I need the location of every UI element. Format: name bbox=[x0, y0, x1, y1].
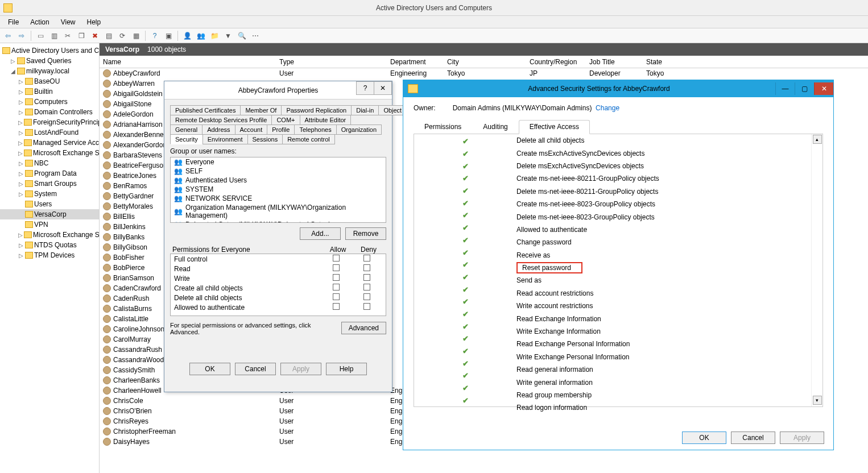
expand-icon[interactable]: ▷ bbox=[18, 140, 23, 146]
add-button[interactable]: Add... bbox=[300, 227, 341, 240]
close-button[interactable]: ✕ bbox=[814, 82, 833, 95]
expand-icon[interactable]: ▷ bbox=[18, 119, 23, 126]
tree-node[interactable]: ▷Microsoft Exchange System Objects bbox=[0, 230, 99, 240]
col-name[interactable]: Name bbox=[100, 58, 276, 66]
expand-icon[interactable]: ▷ bbox=[18, 130, 24, 136]
allow-checkbox[interactable] bbox=[333, 284, 340, 291]
tab-permissions[interactable]: Permissions bbox=[414, 120, 472, 134]
ou-icon[interactable]: 📁 bbox=[209, 30, 220, 42]
col-department[interactable]: Department bbox=[387, 58, 444, 66]
expand-icon[interactable]: ▷ bbox=[18, 252, 24, 259]
tab-auditing[interactable]: Auditing bbox=[472, 120, 518, 134]
deny-checkbox[interactable] bbox=[363, 284, 370, 291]
find-icon[interactable]: 🔍 bbox=[236, 30, 247, 42]
filter-icon[interactable]: ▣ bbox=[163, 30, 174, 42]
tree-node[interactable]: ▷NTDS Quotas bbox=[0, 240, 99, 250]
group-item[interactable]: 👥Everyone bbox=[171, 157, 386, 167]
expand-icon[interactable]: ▷ bbox=[18, 171, 24, 177]
expand-icon[interactable]: ▷ bbox=[18, 160, 24, 167]
tab[interactable]: COM+ bbox=[271, 115, 300, 125]
allow-checkbox[interactable] bbox=[333, 274, 340, 281]
tree-node[interactable]: ▷NBC bbox=[0, 158, 99, 168]
expand-icon[interactable]: ▷ bbox=[18, 191, 24, 197]
tab[interactable]: General bbox=[170, 125, 202, 135]
col-jobtitle[interactable]: Job Title bbox=[586, 58, 643, 66]
permissions-list[interactable]: Full controlReadWriteCreate all child ob… bbox=[170, 254, 386, 316]
tree-node[interactable]: ▷Domain Controllers bbox=[0, 107, 99, 117]
up-icon[interactable]: ▭ bbox=[35, 30, 46, 42]
tree-node[interactable]: ▷BaseOU bbox=[0, 76, 99, 86]
group-list[interactable]: 👥Everyone👥SELF👥Authenticated Users👥SYSTE… bbox=[170, 157, 386, 223]
funnel-icon[interactable]: ▼ bbox=[222, 30, 234, 42]
tab[interactable]: Security bbox=[170, 134, 203, 144]
tab[interactable]: Member Of bbox=[240, 105, 282, 115]
back-icon[interactable]: ⇦ bbox=[2, 30, 14, 42]
expand-icon[interactable]: ▷ bbox=[18, 109, 24, 115]
col-city[interactable]: City bbox=[444, 58, 526, 66]
col-type[interactable]: Type bbox=[276, 58, 387, 66]
expand-icon[interactable]: ▷ bbox=[18, 181, 24, 187]
tab[interactable]: Remote control bbox=[282, 134, 335, 144]
tab[interactable]: Attribute Editor bbox=[300, 115, 352, 125]
expand-icon[interactable]: ▷ bbox=[18, 89, 24, 95]
scroll-up-icon[interactable]: ▴ bbox=[813, 135, 822, 144]
tab[interactable]: Published Certificates bbox=[170, 105, 241, 115]
maximize-button[interactable]: ▢ bbox=[795, 82, 814, 95]
cancel-button[interactable]: Cancel bbox=[731, 431, 775, 444]
deny-checkbox[interactable] bbox=[363, 274, 370, 281]
tree-node[interactable]: ▷System bbox=[0, 189, 99, 199]
tree-node[interactable]: ▷Builtin bbox=[0, 86, 99, 97]
tree-node[interactable]: VersaCorp bbox=[0, 209, 99, 219]
group-item[interactable]: 👥Organization Management (MILKYWAY\Organ… bbox=[171, 203, 386, 220]
allow-checkbox[interactable] bbox=[333, 264, 340, 271]
help-button[interactable]: Help bbox=[326, 363, 367, 375]
tab[interactable]: Password Replication bbox=[281, 105, 352, 115]
allow-checkbox[interactable] bbox=[333, 303, 340, 310]
scroll-down-icon[interactable]: ▾ bbox=[813, 396, 822, 405]
col-state[interactable]: State bbox=[643, 58, 700, 66]
col-country[interactable]: Country/Region bbox=[526, 58, 586, 66]
tree-node[interactable]: ▷Program Data bbox=[0, 168, 99, 179]
tree-domain[interactable]: ◢milkyway.local bbox=[0, 66, 99, 76]
cancel-button[interactable]: Cancel bbox=[235, 363, 276, 375]
ok-button[interactable]: OK bbox=[682, 431, 726, 444]
tab[interactable]: Address bbox=[202, 125, 235, 135]
remove-button[interactable]: Remove bbox=[345, 227, 386, 240]
allow-checkbox[interactable] bbox=[333, 293, 340, 300]
tab[interactable]: Sessions bbox=[247, 134, 283, 144]
deny-checkbox[interactable] bbox=[363, 264, 370, 271]
tree-node[interactable]: Users bbox=[0, 199, 99, 209]
menu-help[interactable]: Help bbox=[82, 17, 106, 27]
tree-node[interactable]: ▷Smart Groups bbox=[0, 179, 99, 189]
tree-saved-queries[interactable]: ▷Saved Queries bbox=[0, 56, 99, 66]
tab[interactable]: Profile bbox=[267, 125, 295, 135]
expand-icon[interactable]: ▷ bbox=[18, 150, 23, 156]
more-icon[interactable]: ⋯ bbox=[250, 30, 261, 42]
group-icon[interactable]: 👥 bbox=[195, 30, 206, 42]
advanced-button[interactable]: Advanced bbox=[341, 322, 386, 334]
group-item[interactable]: 👥SYSTEM bbox=[171, 185, 386, 194]
user-icon[interactable]: 👤 bbox=[181, 30, 193, 42]
menu-file[interactable]: File bbox=[3, 17, 23, 27]
menu-action[interactable]: Action bbox=[26, 17, 53, 27]
ok-button[interactable]: OK bbox=[189, 363, 230, 375]
tab[interactable]: Organization bbox=[336, 125, 382, 135]
copy-icon[interactable]: ❐ bbox=[76, 30, 87, 42]
cut-icon[interactable]: ✂ bbox=[62, 30, 73, 42]
tab[interactable]: Remote Desktop Services Profile bbox=[170, 115, 272, 125]
minimize-button[interactable]: — bbox=[775, 82, 795, 95]
allow-checkbox[interactable] bbox=[333, 255, 340, 262]
deny-checkbox[interactable] bbox=[363, 255, 370, 262]
group-item[interactable]: 👥NETWORK SERVICE bbox=[171, 194, 386, 203]
tree-node[interactable]: ▷Computers bbox=[0, 97, 99, 107]
help-button[interactable]: ? bbox=[356, 81, 374, 95]
tree-node[interactable]: ▷Microsoft Exchange Security Groups bbox=[0, 148, 99, 158]
expand-icon[interactable]: ▷ bbox=[18, 242, 24, 248]
forward-icon[interactable]: ⇨ bbox=[16, 30, 27, 42]
expand-icon[interactable]: ▷ bbox=[18, 99, 24, 105]
tree-root[interactable]: Active Directory Users and Computers bbox=[0, 45, 99, 56]
list-row[interactable]: AbbeyCrawford User Engineering Tokyo JP … bbox=[100, 68, 868, 78]
tab[interactable]: Dial-in bbox=[351, 105, 379, 115]
tab[interactable]: Telephones bbox=[294, 125, 336, 135]
apply-button[interactable]: Apply bbox=[280, 363, 321, 375]
